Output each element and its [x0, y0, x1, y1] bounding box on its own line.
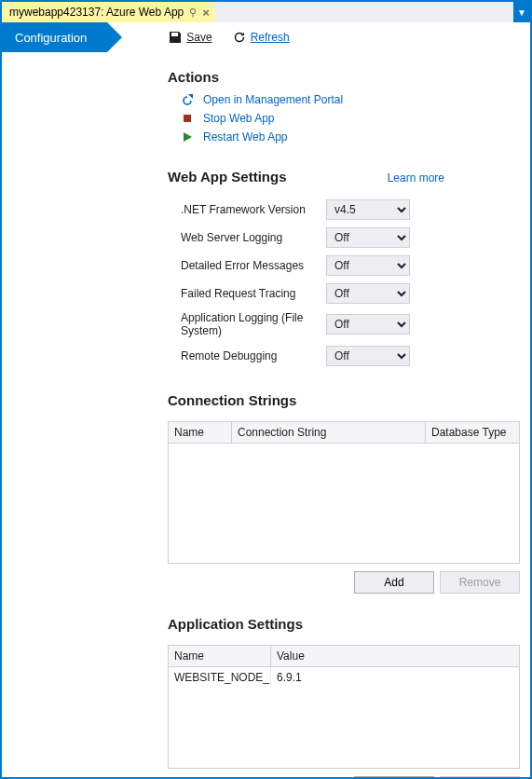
external-link-icon [181, 93, 194, 106]
action-stop[interactable]: Stop Web App [181, 109, 521, 128]
refresh-button[interactable]: Refresh [233, 31, 290, 44]
content-pane: Actions Open in Management Portal Stop W… [2, 52, 530, 779]
save-label: Save [186, 31, 211, 44]
stop-icon [181, 113, 194, 124]
remote-debugging-label: Remote Debugging [181, 349, 326, 362]
conn-col-type[interactable]: Database Type [426, 422, 519, 444]
pin-icon[interactable]: ⚲ [189, 7, 197, 19]
net-framework-select[interactable]: v4.5 [326, 199, 410, 220]
connection-strings-heading: Connection Strings [168, 392, 521, 408]
settings-heading: Web App Settings [168, 169, 287, 184]
actions-heading: Actions [168, 69, 521, 85]
tab-configuration-label: Configuration [15, 31, 87, 45]
detailed-errors-label: Detailed Error Messages [181, 259, 326, 272]
action-restart[interactable]: Restart Web App [181, 128, 521, 146]
app-col-name[interactable]: Name [169, 646, 271, 667]
conn-col-conn[interactable]: Connection String [232, 422, 426, 444]
conn-add-button[interactable]: Add [354, 571, 434, 594]
application-settings-heading: Application Settings [168, 616, 521, 632]
remote-debugging-select[interactable]: Off [326, 346, 410, 366]
action-stop-label: Stop Web App [203, 112, 275, 125]
action-restart-label: Restart Web App [203, 130, 288, 144]
actions-list: Open in Management Portal Stop Web App R… [181, 90, 521, 146]
table-row[interactable]: WEBSITE_NODE_DE 6.9.1 [169, 667, 519, 688]
app-row-name: WEBSITE_NODE_DE [169, 667, 271, 688]
refresh-label: Refresh [251, 31, 290, 44]
conn-col-name[interactable]: Name [169, 422, 232, 444]
svg-rect-0 [184, 115, 191, 122]
connection-strings-body[interactable] [169, 444, 519, 563]
web-server-logging-label: Web Server Logging [181, 231, 326, 244]
application-settings-body[interactable]: WEBSITE_NODE_DE 6.9.1 [169, 667, 519, 768]
application-logging-select[interactable]: Off [326, 314, 410, 335]
save-button[interactable]: Save [169, 31, 211, 44]
app-row-value: 6.9.1 [271, 667, 519, 688]
close-icon[interactable]: × [202, 7, 210, 19]
connection-strings-table: Name Connection String Database Type [168, 421, 520, 564]
document-tab-title: mywebapp423137: Azure Web App [9, 6, 184, 19]
application-settings-table: Name Value WEBSITE_NODE_DE 6.9.1 [168, 645, 520, 769]
net-framework-label: .NET Framework Version [181, 203, 326, 216]
learn-more-link[interactable]: Learn more [388, 171, 444, 184]
action-open-portal[interactable]: Open in Management Portal [181, 90, 521, 109]
tab-configuration[interactable]: Configuration [2, 22, 107, 52]
settings-grid: .NET Framework Version v4.5 Web Server L… [181, 196, 521, 370]
failed-tracing-label: Failed Request Tracing [181, 287, 326, 300]
play-icon [181, 131, 194, 143]
app-col-value[interactable]: Value [271, 646, 519, 667]
refresh-icon [233, 31, 246, 44]
document-tab-bar: mywebapp423137: Azure Web App ⚲ × ▼ [2, 2, 530, 22]
web-server-logging-select[interactable]: Off [326, 227, 410, 248]
conn-remove-button: Remove [440, 571, 520, 594]
save-icon [169, 31, 182, 44]
failed-tracing-select[interactable]: Off [326, 283, 410, 304]
document-tab[interactable]: mywebapp423137: Azure Web App ⚲ × [2, 2, 215, 22]
tab-overflow-dropdown[interactable]: ▼ [513, 2, 530, 22]
toolbar: Configuration Save Refresh [2, 22, 530, 52]
action-open-portal-label: Open in Management Portal [203, 93, 343, 106]
detailed-errors-select[interactable]: Off [326, 255, 410, 276]
application-logging-label: Application Logging (File System) [181, 311, 326, 338]
